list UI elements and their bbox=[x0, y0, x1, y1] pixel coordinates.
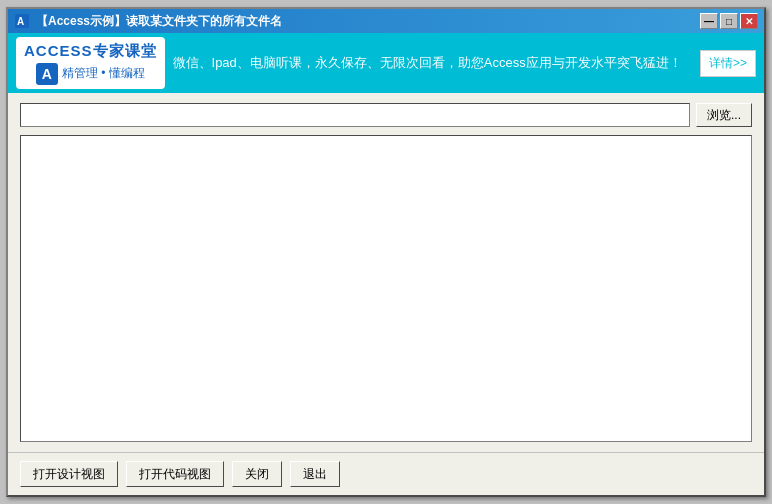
close-button[interactable]: ✕ bbox=[740, 13, 758, 29]
footer-bar: 打开设计视图 打开代码视图 关闭 退出 bbox=[8, 452, 764, 495]
title-bar-left: A 【Access示例】读取某文件夹下的所有文件名 bbox=[14, 13, 282, 30]
exit-button[interactable]: 退出 bbox=[290, 461, 340, 487]
ad-logo-sub: A 精管理 • 懂编程 bbox=[36, 63, 145, 85]
ad-bar: ACCESS专家课堂 A 精管理 • 懂编程 微信、Ipad、电脑听课，永久保存… bbox=[8, 33, 764, 93]
minimize-button[interactable]: — bbox=[700, 13, 718, 29]
path-row: 浏览... bbox=[20, 103, 752, 127]
title-bar: A 【Access示例】读取某文件夹下的所有文件名 — □ ✕ bbox=[8, 9, 764, 33]
window-title: 【Access示例】读取某文件夹下的所有文件名 bbox=[36, 13, 282, 30]
file-list-area bbox=[20, 135, 752, 442]
close-button-footer[interactable]: 关闭 bbox=[232, 461, 282, 487]
main-content: 浏览... bbox=[8, 93, 764, 452]
ad-logo: ACCESS专家课堂 A 精管理 • 懂编程 bbox=[16, 37, 165, 89]
ad-logo-sub-text: 精管理 • 懂编程 bbox=[62, 65, 145, 82]
path-input[interactable] bbox=[20, 103, 690, 127]
open-design-view-button[interactable]: 打开设计视图 bbox=[20, 461, 118, 487]
ad-text: 微信、Ipad、电脑听课，永久保存、无限次回看，助您Access应用与开发水平突… bbox=[173, 54, 692, 72]
ad-detail-button[interactable]: 详情>> bbox=[700, 50, 756, 77]
app-icon: A bbox=[14, 13, 30, 29]
browse-button[interactable]: 浏览... bbox=[696, 103, 752, 127]
maximize-button[interactable]: □ bbox=[720, 13, 738, 29]
ad-logo-title: ACCESS专家课堂 bbox=[24, 42, 157, 61]
open-code-view-button[interactable]: 打开代码视图 bbox=[126, 461, 224, 487]
title-controls: — □ ✕ bbox=[700, 13, 758, 29]
main-window: A 【Access示例】读取某文件夹下的所有文件名 — □ ✕ ACCESS专家… bbox=[6, 7, 766, 497]
svg-text:A: A bbox=[17, 16, 24, 27]
access-icon: A bbox=[36, 63, 58, 85]
